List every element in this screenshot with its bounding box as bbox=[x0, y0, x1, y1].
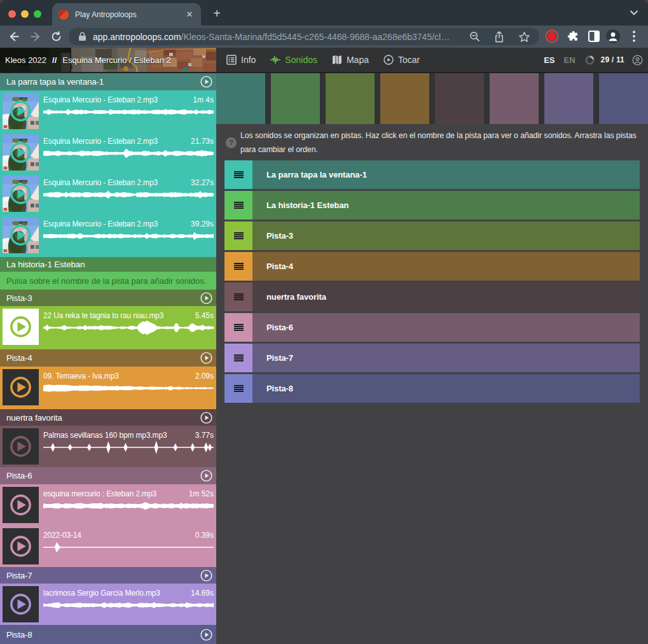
clip-thumbnail[interactable] bbox=[3, 93, 39, 129]
recording-indicator-icon[interactable] bbox=[544, 28, 560, 45]
play-track-icon[interactable] bbox=[200, 76, 212, 88]
bookmark-star-icon[interactable] bbox=[518, 31, 530, 43]
close-window-button[interactable] bbox=[8, 10, 16, 18]
track-section-header[interactable]: Pista-3 bbox=[0, 290, 216, 306]
audio-clip[interactable]: 22 Ua reka te tagnia to rau niau.mp3 5.4… bbox=[0, 309, 216, 345]
clip-play-icon[interactable] bbox=[3, 309, 39, 345]
track-section-header[interactable]: Pista-4 bbox=[0, 349, 216, 367]
clip-play-icon[interactable] bbox=[3, 134, 39, 171]
track-color-swatch[interactable] bbox=[435, 73, 484, 124]
track-color-swatch[interactable] bbox=[599, 73, 648, 124]
track-row[interactable]: La parra tapa la ventana-1 bbox=[224, 160, 640, 189]
clip-play-icon[interactable] bbox=[3, 528, 39, 564]
minimize-window-button[interactable] bbox=[21, 10, 29, 18]
track-drag-handle[interactable] bbox=[224, 191, 252, 220]
track-row-bar[interactable]: Pista-4 bbox=[252, 252, 640, 281]
clip-play-icon[interactable] bbox=[3, 217, 39, 253]
audio-clip[interactable]: 09. Temaeva - Iva.mp3 2.09s bbox=[0, 369, 216, 405]
track-row[interactable]: Pista-6 bbox=[224, 313, 640, 342]
track-section-header[interactable]: La parra tapa la ventana-1 bbox=[0, 73, 216, 90]
track-drag-handle[interactable] bbox=[224, 374, 252, 403]
clip-waveform[interactable] bbox=[43, 379, 214, 398]
nav-tab-info[interactable]: Info bbox=[226, 55, 256, 65]
track-row[interactable]: Pista-3 bbox=[224, 221, 640, 250]
clip-thumbnail[interactable] bbox=[3, 487, 39, 523]
lang-en-button[interactable]: EN bbox=[564, 55, 576, 65]
zoom-indicator-icon[interactable] bbox=[469, 31, 480, 42]
lang-es-button[interactable]: ES bbox=[544, 55, 555, 65]
audio-clip[interactable]: Esquina Mercurio - Esteban 2.mp3 39.29s bbox=[0, 217, 216, 253]
track-row-bar[interactable]: La historia-1 Esteban bbox=[252, 191, 640, 220]
track-row[interactable]: nuertra favorita bbox=[224, 283, 640, 311]
play-track-icon[interactable] bbox=[200, 470, 212, 482]
track-row-bar[interactable]: Pista-6 bbox=[252, 313, 640, 342]
clip-waveform[interactable] bbox=[43, 596, 214, 615]
track-color-swatch[interactable] bbox=[271, 73, 320, 124]
track-section-header[interactable]: La historia-1 Esteban bbox=[0, 257, 216, 272]
audio-clip[interactable]: Esquina Mercurio - Esteban 2.mp3 21.73s bbox=[0, 134, 216, 171]
close-tab-icon[interactable]: ✕ bbox=[184, 10, 195, 20]
forward-button[interactable] bbox=[27, 28, 43, 45]
clip-waveform[interactable] bbox=[43, 318, 214, 337]
play-track-icon[interactable] bbox=[200, 629, 212, 641]
side-panel-icon[interactable] bbox=[586, 28, 602, 45]
clip-thumbnail[interactable] bbox=[3, 586, 39, 622]
zoom-window-button[interactable] bbox=[34, 10, 41, 18]
clip-thumbnail[interactable] bbox=[3, 528, 39, 564]
audio-clip[interactable]: Esquina Mercurio - Esteban 2.mp3 1m 4s bbox=[0, 93, 216, 129]
track-drag-handle[interactable] bbox=[224, 160, 252, 189]
track-drag-handle[interactable] bbox=[224, 313, 252, 342]
track-drag-handle[interactable] bbox=[224, 221, 252, 250]
reload-button[interactable] bbox=[48, 28, 64, 45]
track-color-swatch[interactable] bbox=[380, 73, 429, 124]
play-track-icon[interactable] bbox=[200, 292, 212, 304]
back-button[interactable] bbox=[6, 28, 22, 45]
track-section-header[interactable]: Pista-8 bbox=[0, 625, 216, 644]
profile-avatar[interactable] bbox=[605, 28, 621, 45]
nav-tab-mapa[interactable]: Mapa bbox=[332, 55, 369, 65]
clip-waveform[interactable] bbox=[43, 227, 214, 246]
tab-search-chevron-icon[interactable] bbox=[629, 8, 639, 18]
track-row[interactable]: Pista-8 bbox=[224, 374, 640, 403]
clip-waveform[interactable] bbox=[43, 438, 214, 457]
clip-waveform[interactable] bbox=[43, 144, 214, 163]
track-row[interactable]: Pista-4 bbox=[224, 252, 640, 281]
track-color-swatch[interactable] bbox=[490, 73, 539, 124]
clip-waveform[interactable] bbox=[43, 538, 214, 557]
new-tab-button[interactable]: + bbox=[210, 7, 224, 21]
audio-clip[interactable]: Esquina Mercurio - Esteban 2.mp3 32.27s bbox=[0, 176, 216, 212]
clip-waveform[interactable] bbox=[43, 102, 214, 122]
track-section-header[interactable]: Pista-6 bbox=[0, 467, 216, 484]
browser-menu-icon[interactable] bbox=[626, 28, 642, 45]
audio-clip[interactable]: 2022-03-14 0.39s bbox=[0, 528, 216, 564]
track-row-bar[interactable]: nuertra favorita bbox=[252, 283, 640, 311]
clip-thumbnail[interactable] bbox=[3, 428, 39, 465]
clip-play-icon[interactable] bbox=[3, 93, 39, 129]
track-section-header[interactable]: Pista-7 bbox=[0, 567, 216, 584]
track-drag-handle[interactable] bbox=[224, 344, 252, 372]
nav-tab-sonidos[interactable]: Sonidos bbox=[270, 55, 317, 65]
audio-clip[interactable]: Palmas sevillanas 160 bpm mp3.mp3 3.77s bbox=[0, 428, 216, 465]
play-track-icon[interactable] bbox=[200, 412, 212, 424]
play-track-icon[interactable] bbox=[200, 352, 212, 364]
track-row-bar[interactable]: Pista-3 bbox=[252, 221, 640, 250]
clip-waveform[interactable] bbox=[43, 185, 214, 204]
clip-play-icon[interactable] bbox=[3, 487, 39, 523]
clip-thumbnail[interactable] bbox=[3, 176, 39, 212]
clip-play-icon[interactable] bbox=[3, 176, 39, 212]
address-bar[interactable]: app.antropoloops.com/Kleos-Santa-Marina/… bbox=[69, 28, 539, 45]
track-row[interactable]: La historia-1 Esteban bbox=[224, 191, 640, 220]
track-drag-handle[interactable] bbox=[224, 252, 252, 281]
share-icon[interactable] bbox=[494, 31, 504, 43]
track-color-swatch[interactable] bbox=[326, 73, 375, 124]
track-color-swatch[interactable] bbox=[544, 73, 593, 124]
track-color-swatch[interactable] bbox=[216, 73, 265, 124]
clip-play-icon[interactable] bbox=[3, 369, 39, 405]
clip-play-icon[interactable] bbox=[3, 586, 39, 622]
track-row[interactable]: Pista-7 bbox=[224, 344, 640, 372]
browser-tab[interactable]: Play Antropoloops ✕ bbox=[52, 3, 201, 25]
track-drag-handle[interactable] bbox=[224, 283, 252, 311]
breadcrumb-project[interactable]: Kleos 2022 bbox=[5, 55, 46, 65]
track-row-bar[interactable]: Pista-7 bbox=[252, 344, 640, 372]
clip-thumbnail[interactable] bbox=[3, 309, 39, 345]
